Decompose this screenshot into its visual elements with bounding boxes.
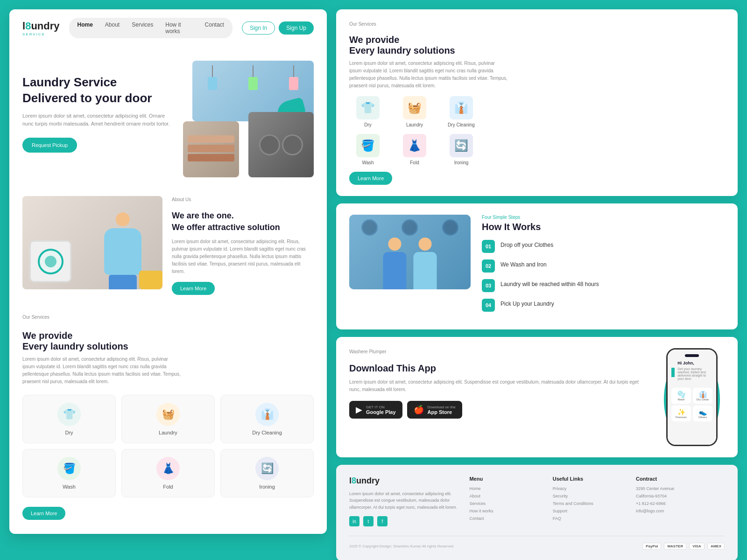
step-4: 04 Pick Up your Laundry [482,299,725,312]
app-store-button[interactable]: 🍎 Download on the App Store [407,401,462,419]
phone-sub: Get your laundry washed, folded and deli… [677,367,712,380]
download-text: Washere Plumper Download This App Lorem … [349,348,650,419]
footer-support[interactable]: Support [553,509,627,513]
signin-button[interactable]: Sign In [242,21,275,35]
google-play-button[interactable]: ▶ GET IT ON Google Play [349,401,402,419]
phone-premium-icon: ✨ [674,408,688,416]
svc-laundry-label: Laundry [396,122,433,127]
svc-dry-cleaning: 👔 Dry Cleaning [443,96,480,127]
services-learn-more-button[interactable]: Learn More [22,507,65,520]
how-left [349,215,471,318]
services-right-learn-more[interactable]: Learn More [349,172,392,185]
services-description: Lorem ipsum dolor sit amet, consectetur … [22,356,181,385]
fold-icon: 👗 [156,457,180,480]
services-headline: We provide Every laundry solutions [22,330,314,352]
hero-section: Laundry Service Delivered to your door L… [9,47,327,187]
about-description: Lorem ipsum dolor sit amet, consectetur … [172,238,314,275]
service-dry-cleaning: 👔 Dry Cleaning [220,395,314,443]
footer-menu-about[interactable]: About [469,494,543,498]
footer-menu-services[interactable]: Services [469,501,543,506]
hero-text: Laundry Service Delivered to your door L… [22,61,174,177]
footer-menu-contact[interactable]: Contact [469,516,543,521]
service-ironing: 🔄 Ironing [220,449,314,497]
nav-home[interactable]: Home [76,21,95,35]
nav-how-it-works[interactable]: How it works [163,21,194,35]
store-buttons: ▶ GET IT ON Google Play 🍎 Download on th… [349,401,650,419]
footer-description: Lorem ipsum dolor sit amet, consectetur … [349,490,460,511]
step-3-num: 03 [482,279,495,292]
laundry-icon: 🧺 [156,403,180,426]
logo: l8undry SERVICE [22,20,60,36]
about-label: About Us [172,196,314,203]
mastercard-icon: MASTER [664,543,686,550]
footer-terms[interactable]: Terms and Conditions [553,501,627,506]
svc-dry-cleaning-icon: 👔 [450,96,473,119]
svc-dry-label: Dry [349,122,387,127]
ironing-label: Ironing [228,484,306,490]
hero-description: Lorem ipsum dolor sit amet, consectetur … [22,112,174,128]
footer-security[interactable]: Security [553,494,627,498]
footer-privacy[interactable]: Privacy [553,486,627,491]
footer-bottom: 2025 © Copyright Design: Shambhu Kumar A… [349,536,725,550]
step-4-num: 04 [482,299,495,312]
logo-highlight: 8 [25,20,31,32]
svc-fold-label: Fold [396,160,433,165]
step-1-num: 01 [482,240,495,253]
footer-menu-title: Menu [469,476,543,482]
footer-email: info@logo.com [636,509,725,513]
services-right-description: Lorem ipsum dolor sit amet, consectetur … [349,60,508,90]
svc-wash-label: Wash [349,160,387,165]
footer-faq[interactable]: FAQ [553,516,627,521]
step-3: 03 Laundry will be reached within 48 hou… [482,279,725,292]
apple-icon: 🍎 [414,405,424,415]
footer-brand-col: l8undry Lorem ipsum dolor sit amet, cons… [349,476,460,526]
svc-laundry: 🧺 Laundry [396,96,433,127]
dry-label: Dry [30,430,108,435]
footer-city: California-93704 [636,494,725,498]
svc-fold-icon: 👗 [403,134,426,157]
svc-ironing-label: Ironing [443,160,480,165]
fold-label: Fold [129,484,207,490]
nav-contact[interactable]: Contact [203,21,226,35]
dry-cleaning-label: Dry Cleaning [228,430,306,435]
step-2: 02 We Wash and Iron [482,259,725,273]
services-right-headline: We provide Every laundry solutions [349,35,725,56]
footer-menu-how-works[interactable]: How it works [469,509,543,513]
service-fold: 👗 Fold [121,449,215,497]
linkedin-icon[interactable]: in [349,516,359,526]
nav-buttons: Sign In Sign Up [242,21,314,35]
about-section: About Us We are the one. We offer attrac… [9,187,327,304]
svc-dry-icon: 👕 [356,96,380,119]
services-right-section: Our Services We provide Every laundry so… [336,9,738,196]
laundry-label: Laundry [129,430,207,435]
footer-phone: +1 812-62-6966 [636,501,725,506]
step-2-text: We Wash and Iron [500,259,547,268]
request-pickup-button[interactable]: Request Pickup [22,138,77,153]
hero-headline: Laundry Service Delivered to your door [22,75,174,106]
signup-button[interactable]: Sign Up [279,21,314,35]
footer-useful-links-col: Useful Links Privacy Security Terms and … [553,476,627,526]
phone-mockup: Hi John, Get your laundry washed, folded… [659,348,725,446]
twitter-icon[interactable]: t [363,516,374,526]
footer-menu-home[interactable]: Home [469,486,543,491]
phone-notch [685,354,699,357]
services-right-grid-2: 🪣 Wash 👗 Fold 🔄 Ironing [349,134,725,165]
app-store-text: Download on the App Store [428,405,456,415]
ironing-icon: 🔄 [255,457,279,480]
step-1: 01 Drop off your Clothes [482,240,725,253]
download-section: Washere Plumper Download This App Lorem … [336,337,738,457]
nav-services[interactable]: Services [130,21,155,35]
how-headline: How It Works [482,222,725,232]
phone-dryclean-card: 👔 Dry Clean [693,388,712,404]
about-learn-more-button[interactable]: Learn More [172,282,215,295]
svc-fold: 👗 Fold [396,134,433,165]
phone-wash-icon: 🫧 [674,391,688,398]
svc-wash-icon: 🪣 [356,134,380,157]
nav-about[interactable]: About [103,21,121,35]
footer-address: 3295 Center Avenue [636,486,725,491]
footer-useful-links-title: Useful Links [553,476,627,482]
facebook-icon[interactable]: f [377,516,388,526]
phone-others-card: 👟 Others [693,406,712,421]
hero-bottom-left-image [183,121,239,177]
phone-wash-card: 🫧 Wash [671,388,691,404]
